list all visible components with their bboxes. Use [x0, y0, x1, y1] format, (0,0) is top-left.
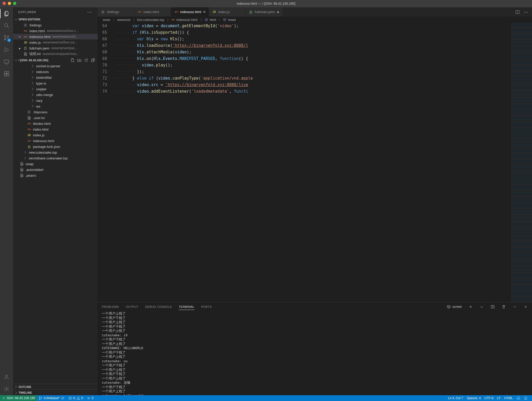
terminal-output[interactable]: 一个用户上线了 一个用户下线了 一个用户上线了 一个用户下线了 一个用户上线了 …: [98, 311, 532, 395]
code-line: ··········hls.attachMedia(video);: [113, 49, 191, 55]
status-problems[interactable]: 0 0: [66, 395, 85, 401]
editor-tab[interactable]: Settings×: [98, 7, 134, 16]
new-file-icon[interactable]: [70, 58, 75, 62]
panel-tab[interactable]: PROBLEMS: [102, 305, 119, 308]
breadcrumb-item[interactable]: html: [210, 18, 216, 22]
tree-item[interactable]: index.js: [13, 132, 98, 138]
tree-item[interactable]: .pearrc: [13, 172, 98, 178]
window-close-button[interactable]: [3, 2, 6, 5]
collapse-all-icon[interactable]: [91, 58, 95, 62]
status-feedback[interactable]: [515, 395, 522, 401]
editor-tab[interactable]: index.html×: [134, 7, 171, 16]
lock-icon: [249, 10, 253, 14]
open-editor-item[interactable]: 说明.txtwww/server/panel/vhos...: [13, 51, 98, 57]
run-debug-tab[interactable]: [3, 46, 10, 53]
panel-tab[interactable]: OUTPUT: [126, 305, 138, 308]
search-tab[interactable]: [3, 22, 10, 29]
kill-terminal-icon[interactable]: [502, 305, 506, 309]
tree-item[interactable]: .autorelabel: [13, 167, 98, 172]
status-language[interactable]: HTML: [502, 395, 515, 401]
close-panel-icon[interactable]: [524, 305, 528, 309]
breadcrumb-item[interactable]: indexooo.html: [176, 18, 198, 22]
scm-tab[interactable]: 4: [3, 34, 10, 41]
status-ports[interactable]: 0: [85, 395, 95, 401]
new-terminal-icon[interactable]: [469, 305, 473, 309]
tree-item[interactable]: secretbase.cutesnake.top: [13, 155, 98, 161]
open-editor-path: www/server/panel/vhos...: [42, 52, 79, 56]
tree-item[interactable]: utils-merge: [13, 92, 98, 98]
terminal-picker[interactable]: screen: [447, 305, 462, 309]
box-icon: [447, 305, 451, 309]
tab-close-icon[interactable]: ×: [203, 10, 206, 14]
panel-tab[interactable]: TERMINAL: [179, 305, 195, 310]
close-editor-icon[interactable]: ×: [18, 35, 21, 39]
tree-item[interactable]: ws: [13, 103, 98, 109]
minimap[interactable]: [511, 23, 532, 302]
js-file-icon: [212, 10, 216, 14]
terminal-dropdown-icon[interactable]: [480, 305, 484, 309]
maximize-panel-icon[interactable]: [513, 305, 517, 309]
tree-item[interactable]: type-is: [13, 80, 98, 86]
breadcrumb[interactable]: wwwwwwrootlive.cutesnake.topindexooo.htm…: [98, 16, 532, 23]
tree-item[interactable]: statuses: [13, 69, 98, 75]
editor-tab[interactable]: fullchain.pem●: [246, 7, 282, 16]
explorer-tab[interactable]: [3, 10, 10, 17]
settings-button[interactable]: [3, 385, 10, 393]
tree-item[interactable]: new.cutesnake.top: [13, 149, 98, 155]
open-editor-name: indexooo.html: [29, 35, 51, 39]
panel-tab[interactable]: DEBUG CONSOLE: [145, 305, 172, 308]
editor-tab[interactable]: indexooo.html×: [171, 7, 209, 16]
status-bell[interactable]: [522, 395, 529, 401]
breadcrumb-item[interactable]: wwwroot: [117, 18, 130, 22]
outline-header[interactable]: OUTLINE: [13, 384, 98, 389]
open-editor-item[interactable]: index.htmlwww/wwwroot/live.c...: [13, 28, 98, 34]
status-indent[interactable]: Spaces: 4: [465, 395, 483, 401]
split-terminal-icon[interactable]: [491, 305, 495, 309]
folder-header[interactable]: / [SSH: 66.42.100.165]: [13, 57, 98, 63]
extensions-tab[interactable]: [3, 70, 10, 77]
panel-tab[interactable]: PORTS: [201, 305, 212, 308]
breadcrumb-item[interactable]: head: [228, 18, 236, 22]
editor-tab[interactable]: index.js×: [209, 7, 246, 16]
tree-item[interactable]: vary: [13, 98, 98, 103]
code-line: ··········hls.on(Hls.Events.MANIFEST_PAR…: [113, 55, 248, 62]
tree-item[interactable]: .htaccess: [13, 109, 98, 115]
code-editor[interactable]: 64········var video = document.getElemen…: [98, 23, 511, 302]
close-editor-icon[interactable]: [18, 46, 21, 50]
tree-item[interactable]: indexooo.html: [13, 138, 98, 144]
tab-close-icon[interactable]: ●: [277, 10, 279, 14]
status-branch[interactable]: 4.0release*: [37, 395, 66, 401]
tree-item[interactable]: index.html: [13, 126, 98, 132]
open-editor-item[interactable]: ×indexooo.htmlwww/wwwroot/li...: [13, 34, 98, 40]
tree-item[interactable]: swap: [13, 161, 98, 167]
refresh-icon[interactable]: [84, 58, 88, 62]
sidebar-more-button[interactable]: ⋯: [87, 9, 92, 15]
tree-item[interactable]: socket.io-parser: [13, 63, 98, 69]
status-remote[interactable]: SSH: 66.42.100.165: [0, 395, 37, 401]
tree-item[interactable]: toidentifier: [13, 75, 98, 80]
timeline-header[interactable]: TIMELINE: [13, 389, 98, 395]
svg-point-1: [4, 35, 6, 37]
status-eol[interactable]: LF: [495, 395, 502, 401]
breadcrumb-item[interactable]: live.cutesnake.top: [137, 18, 164, 22]
tree-item[interactable]: iiiindex.html: [13, 121, 98, 126]
chevron-right-icon: [132, 18, 136, 21]
window-minimize-button[interactable]: [8, 2, 11, 5]
split-editor-icon[interactable]: [515, 10, 520, 14]
remote-explorer-tab[interactable]: [3, 58, 10, 65]
status-cursor[interactable]: Ln 4, Col 7: [446, 395, 465, 401]
editor-more-button[interactable]: ⋯: [524, 9, 529, 15]
accounts-button[interactable]: [3, 373, 10, 381]
window-maximize-button[interactable]: [13, 2, 16, 5]
tree-item[interactable]: package-lock.json: [13, 144, 98, 149]
open-editors-header[interactable]: OPEN EDITORS: [13, 16, 98, 22]
tree-item[interactable]: .user.ini: [13, 115, 98, 121]
status-encoding[interactable]: UTF-8: [483, 395, 495, 401]
open-editor-item[interactable]: fullchain.pemwww/server/pan...: [13, 45, 98, 51]
open-editor-item[interactable]: index.jswww/wwwroot/live.cut...: [13, 40, 98, 45]
breadcrumb-item[interactable]: www: [103, 18, 110, 22]
remote-indicator-icon: [2, 396, 5, 400]
new-folder-icon[interactable]: [77, 58, 81, 62]
open-editor-item[interactable]: Settings: [13, 22, 98, 28]
tree-item[interactable]: unpipe: [13, 86, 98, 92]
